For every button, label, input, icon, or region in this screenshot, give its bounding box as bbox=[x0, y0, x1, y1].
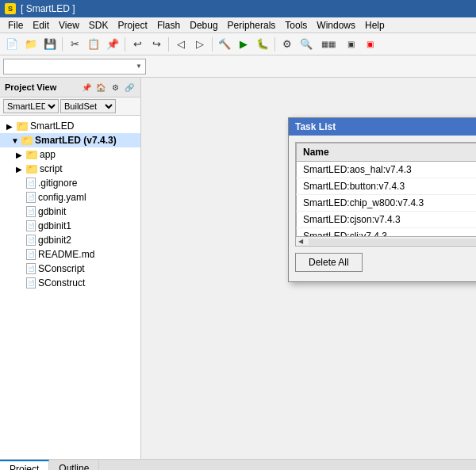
second-toolbar: ▼ bbox=[0, 55, 476, 78]
menu-peripherals[interactable]: Peripherals bbox=[223, 18, 281, 32]
toolbar-build[interactable]: 🔨 bbox=[216, 36, 233, 53]
tab-project[interactable]: Project bbox=[0, 460, 49, 471]
modal-overlay: Task List ✕ Name Status bbox=[141, 78, 476, 459]
app-folder-icon: 📁 bbox=[26, 151, 37, 159]
app-label: app bbox=[40, 149, 56, 160]
menu-edit[interactable]: Edit bbox=[28, 18, 54, 32]
toolbar-extra2[interactable]: ▣ bbox=[342, 36, 359, 53]
smartled-version-label: SmartLED (v7.4.3) bbox=[35, 135, 117, 146]
buildset-select[interactable]: BuildSet bbox=[60, 99, 116, 113]
menu-sdk[interactable]: SDK bbox=[84, 18, 113, 32]
sidebar-pin-btn[interactable]: 📌 bbox=[80, 81, 93, 94]
sidebar-toolbar: SmartLED BuildSet bbox=[0, 97, 140, 116]
config-file-icon: 📄 bbox=[26, 192, 36, 203]
task-row[interactable]: SmartLED:button:v7.4.3Finished bbox=[297, 178, 477, 195]
tree-item-sconstruct[interactable]: ▶ 📄 SConstruct bbox=[0, 276, 140, 290]
task-row[interactable]: SmartLED:cjson:v7.4.3Finished bbox=[297, 212, 477, 228]
bottom-tabs: Project Outline bbox=[0, 459, 476, 470]
menu-view[interactable]: View bbox=[54, 18, 84, 32]
project-select[interactable]: SmartLED bbox=[3, 99, 59, 113]
modal-title: Task List bbox=[295, 121, 336, 132]
tree-item-script[interactable]: ▶ 📁 script bbox=[0, 162, 140, 176]
root-folder-icon: 📁 bbox=[17, 122, 28, 131]
gitignore-file-icon: 📄 bbox=[26, 178, 36, 189]
toolbar-open[interactable]: 📁 bbox=[22, 36, 40, 53]
root-label: SmartLED bbox=[30, 120, 74, 132]
sconstruct-file-icon: 📄 bbox=[26, 277, 36, 288]
menu-windows[interactable]: Windows bbox=[312, 18, 360, 32]
toolbar-forward[interactable]: ▷ bbox=[191, 36, 209, 53]
tree-item-gdbinit2[interactable]: ▶ 📄 gdbinit2 bbox=[0, 233, 140, 247]
menu-help[interactable]: Help bbox=[360, 18, 390, 32]
toolbar-sep-3 bbox=[168, 37, 169, 52]
hscroll-track[interactable] bbox=[309, 239, 476, 245]
toolbar-new[interactable]: 📄 bbox=[3, 36, 21, 53]
delete-all-button[interactable]: Delete All bbox=[295, 253, 363, 272]
tree-smartled-version[interactable]: ▼ 📁 SmartLED (v7.4.3) bbox=[0, 133, 140, 147]
toolbar-sep-1 bbox=[62, 37, 63, 52]
toolbar-paste[interactable]: 📌 bbox=[104, 36, 121, 53]
toolbar-back[interactable]: ◁ bbox=[172, 36, 190, 53]
task-row[interactable]: SmartLED:aos_hal:v7.4.3Waiting bbox=[297, 162, 477, 178]
task-name-cell: SmartLED:cjson:v7.4.3 bbox=[297, 212, 477, 228]
menu-bar: File Edit View SDK Project Flash Debug P… bbox=[0, 17, 476, 33]
sidebar-title: Project View bbox=[5, 82, 56, 92]
tab-outline[interactable]: Outline bbox=[49, 460, 99, 471]
content-area: Task List ✕ Name Status bbox=[141, 78, 476, 459]
sidebar-header: Project View 📌 🏠 ⚙ 🔗 bbox=[0, 78, 140, 97]
gdbinit1-file-icon: 📄 bbox=[26, 220, 36, 231]
smartled-arrow-icon: ▼ bbox=[11, 136, 19, 145]
toolbar-cut[interactable]: ✂ bbox=[66, 36, 83, 53]
toolbar-settings[interactable]: ⚙ bbox=[278, 36, 296, 53]
tree-root[interactable]: ▶ 📁 SmartLED bbox=[0, 119, 140, 133]
readme-file-icon: 📄 bbox=[26, 249, 36, 260]
script-label: script bbox=[40, 163, 63, 174]
gdbinit2-file-icon: 📄 bbox=[26, 235, 36, 246]
combo-arrow-icon: ▼ bbox=[136, 63, 142, 70]
toolbar-run[interactable]: ▶ bbox=[235, 36, 252, 53]
menu-flash[interactable]: Flash bbox=[152, 18, 185, 32]
task-table-body: SmartLED:aos_hal:v7.4.3WaitingSmartLED:b… bbox=[297, 162, 477, 238]
horizontal-scrollbar[interactable]: ◀ ▶ bbox=[295, 237, 476, 246]
toolbar-save[interactable]: 💾 bbox=[41, 36, 59, 53]
script-folder-icon: 📁 bbox=[26, 165, 37, 174]
title-bar: S [ SmartLED ] bbox=[0, 0, 476, 17]
task-name-cell: SmartLED:button:v7.4.3 bbox=[297, 178, 477, 195]
menu-debug[interactable]: Debug bbox=[185, 18, 222, 32]
toolbar-debug[interactable]: 🐛 bbox=[254, 36, 271, 53]
tree-item-gdbinit[interactable]: ▶ 📄 gdbinit bbox=[0, 204, 140, 219]
toolbar-extra1[interactable]: ▦▦ bbox=[317, 36, 340, 53]
target-combo[interactable]: ▼ bbox=[3, 59, 146, 75]
task-row[interactable]: SmartLED:cli:v7.4.3Waiting bbox=[297, 228, 477, 238]
task-table-header-row: Name Status bbox=[297, 143, 477, 162]
gdbinit-file-icon: 📄 bbox=[26, 206, 36, 217]
sidebar-settings-btn[interactable]: ⚙ bbox=[109, 81, 121, 94]
menu-tools[interactable]: Tools bbox=[280, 18, 312, 32]
toolbar-redo[interactable]: ↪ bbox=[148, 36, 165, 53]
task-row[interactable]: SmartLED:chip_w800:v7.4.3Waiting bbox=[297, 195, 477, 212]
menu-file[interactable]: File bbox=[3, 18, 28, 32]
task-name-cell: SmartLED:aos_hal:v7.4.3 bbox=[297, 162, 477, 178]
tree-item-readme[interactable]: ▶ 📄 README.md bbox=[0, 247, 140, 262]
toolbar-undo[interactable]: ↩ bbox=[129, 36, 146, 53]
toolbar-copy[interactable]: 📋 bbox=[85, 36, 102, 53]
sidebar-link-btn[interactable]: 🔗 bbox=[123, 81, 136, 94]
menu-project[interactable]: Project bbox=[113, 18, 152, 32]
gitignore-label: .gitignore bbox=[38, 178, 77, 189]
toolbar-search[interactable]: 🔍 bbox=[298, 36, 315, 53]
toolbar-extra3[interactable]: ▣ bbox=[361, 36, 378, 53]
task-list-modal: Task List ✕ Name Status bbox=[288, 117, 476, 282]
sidebar: Project View 📌 🏠 ⚙ 🔗 SmartLED BuildSet ▶… bbox=[0, 78, 141, 459]
tree-item-sconscript[interactable]: ▶ 📄 SConscript bbox=[0, 262, 140, 276]
sconscript-label: SConscript bbox=[38, 263, 85, 274]
task-table-scroll[interactable]: Name Status SmartLED:aos_hal:v7.4.3Waiti… bbox=[295, 142, 476, 237]
toolbar-sep-4 bbox=[212, 37, 213, 52]
tree-item-gdbinit1[interactable]: ▶ 📄 gdbinit1 bbox=[0, 219, 140, 233]
tree-item-gitignore[interactable]: ▶ 📄 .gitignore bbox=[0, 176, 140, 190]
main-toolbar: 📄 📁 💾 ✂ 📋 📌 ↩ ↪ ◁ ▷ 🔨 ▶ 🐛 ⚙ 🔍 ▦▦ ▣ ▣ bbox=[0, 33, 476, 55]
hscroll-left-icon[interactable]: ◀ bbox=[296, 237, 305, 246]
toolbar-sep-5 bbox=[274, 37, 275, 52]
tree-item-app[interactable]: ▶ 📁 app bbox=[0, 147, 140, 162]
tree-item-config[interactable]: ▶ 📄 config.yaml bbox=[0, 190, 140, 204]
sidebar-minimize-btn[interactable]: 🏠 bbox=[94, 81, 107, 94]
